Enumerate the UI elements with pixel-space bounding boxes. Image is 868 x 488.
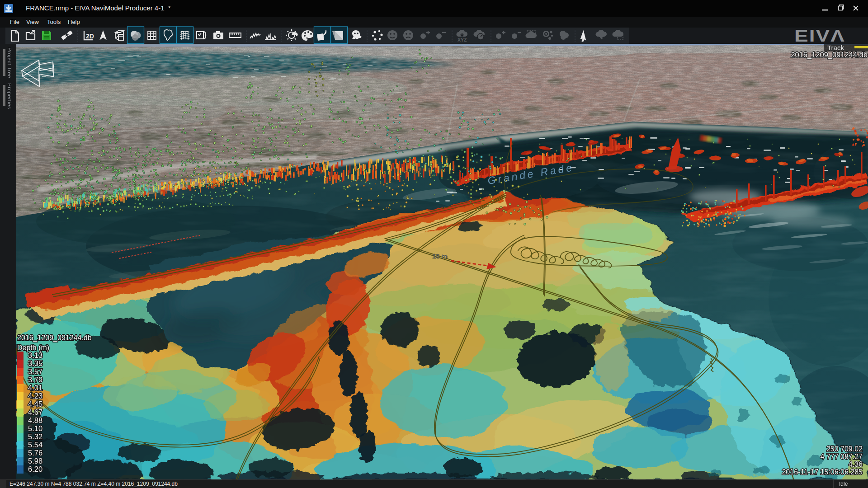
svg-text:2016_1209_091244.db: 2016_1209_091244.db — [17, 334, 92, 342]
svg-text:4 777 087.27: 4 777 087.27 — [821, 453, 863, 460]
svg-text:2016-11-17 15:06:06.285: 2016-11-17 15:06:06.285 — [782, 468, 863, 476]
svg-text:EIVΛ: EIVΛ — [794, 26, 845, 44]
svg-text:2016_1209_091244.db: 2016_1209_091244.db — [791, 51, 868, 59]
svg-text:5.98: 5.98 — [28, 457, 42, 465]
svg-text:4.45: 4.45 — [28, 400, 42, 408]
svg-text:10 m: 10 m — [432, 252, 448, 260]
svg-text:Depth (m): Depth (m) — [17, 344, 49, 352]
svg-text:3.13: 3.13 — [28, 351, 42, 359]
svg-text:5.54: 5.54 — [28, 441, 42, 449]
svg-text:3.35: 3.35 — [28, 359, 42, 367]
svg-text:4.23: 4.23 — [28, 392, 42, 400]
svg-text:XYZ: XYZ — [458, 37, 467, 42]
svg-text:4.36: 4.36 — [849, 460, 863, 468]
svg-text:250 709.02: 250 709.02 — [826, 445, 863, 453]
svg-text:5.76: 5.76 — [28, 449, 42, 457]
svg-text:5.32: 5.32 — [28, 432, 42, 441]
svg-text:4.88: 4.88 — [28, 416, 42, 424]
svg-text:2D: 2D — [86, 33, 94, 40]
svg-text:3.57: 3.57 — [28, 367, 42, 375]
svg-text:5.10: 5.10 — [28, 424, 42, 432]
svg-text:6.20: 6.20 — [28, 465, 42, 473]
svg-text:3.79: 3.79 — [28, 375, 42, 384]
svg-text:4.01: 4.01 — [28, 384, 42, 392]
svg-text:4.67: 4.67 — [28, 408, 42, 416]
